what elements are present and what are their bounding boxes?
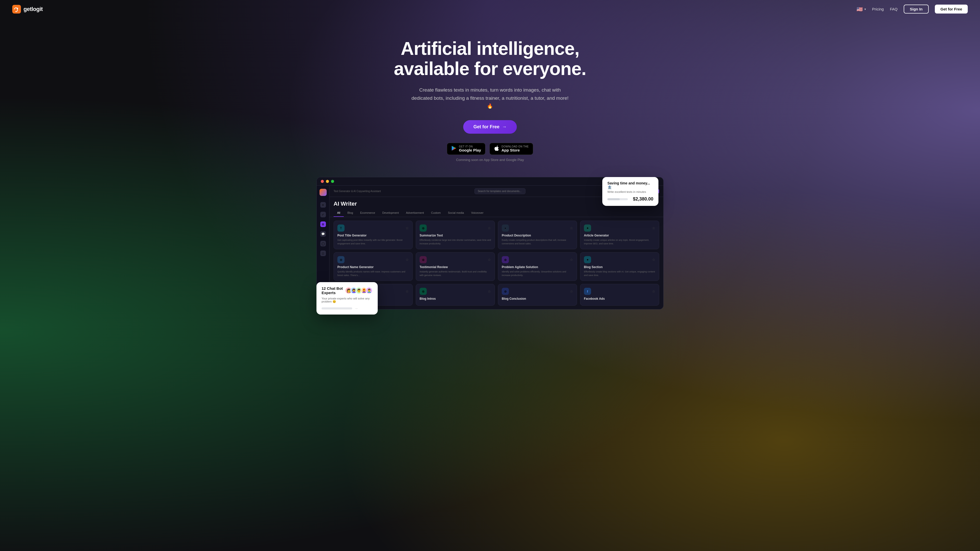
template-star-12: ☆ [652,289,655,293]
template-desc-8: Effortlessly create blog sections with A… [584,270,655,277]
nav-faq[interactable]: FAQ [890,7,897,11]
template-star-10: ☆ [488,289,491,293]
template-icon-11: ⊕ [502,288,509,295]
template-card-blog-section[interactable]: ✦ ☆ Blog Section Effortlessly create blo… [580,252,659,281]
template-star-9: ☆ [406,289,409,293]
signin-button[interactable]: Sign In [904,5,929,14]
chatbot-progress-bar [321,307,352,310]
template-icon-4: ✦ [584,224,591,232]
template-star-6: ☆ [488,258,491,262]
app-page-title: AI Writer [334,200,357,207]
hero-title: Artificial intelligence, available for e… [380,38,600,79]
savings-row: $2,380.00 [608,197,653,202]
template-name-2: Summarize Text [420,233,491,237]
chatbot-avatar-5: 👨‍🦱 [366,287,372,294]
template-card-product-desc[interactable]: ▪ ☆ Product Description Easily create co… [498,221,577,249]
template-star-5: ☆ [406,258,409,262]
template-star-3: ☆ [570,226,573,230]
app-tabs: All Blog Ecommerce Development Advertise… [329,209,663,217]
close-dot [321,180,324,183]
template-card-blog-intros[interactable]: ⊕ ☆ Blog Intros [416,284,495,306]
template-desc-2: Effortlessly condense large text into sh… [420,238,491,245]
template-name-12: Facebook Ads [584,297,655,300]
google-play-button[interactable]: GET IT ON Google Play [447,143,485,155]
template-icon-3: ▪ [502,224,509,232]
tab-development[interactable]: Development [379,209,402,217]
google-play-icon [451,145,457,152]
chatbot-subtitle: Your private experts who will solve any … [321,297,372,303]
store-buttons: GET IT ON Google Play Download on the Ap… [380,143,600,155]
app-store-button[interactable]: Download on the App Store [490,143,533,155]
google-play-text: GET IT ON Google Play [459,145,481,152]
tab-ecommerce[interactable]: Ecommerce [356,209,379,217]
tab-all[interactable]: All [334,209,344,217]
language-selector[interactable]: 🇺🇸 ▾ [856,6,866,12]
sidebar-icon-1[interactable]: ≡ [320,202,326,208]
template-card-article[interactable]: ✦ ☆ Article Generator Instantly create u… [580,221,659,249]
template-icon-7: ⊕ [502,256,509,263]
template-card-product-name[interactable]: ⊕ ☆ Product Name Generator Quickly ident… [334,252,413,281]
app-store-text: Download on the App Store [501,145,529,152]
coming-soon-text: Comming soon on App Store and Google Pla… [380,158,600,162]
sidebar-icon-5[interactable]: ◯ [320,241,326,246]
arrow-icon: → [502,124,507,130]
chatbot-avatars: 👩 👩‍🦱 👨 👩‍🦰 👨‍🦱 [345,287,372,294]
template-name-4: Article Generator [584,233,655,237]
template-icon-2: ⊕ [420,224,427,232]
template-star-2: ☆ [488,226,491,230]
chatbot-card: 12 Chat Bot Experts 👩 👩‍🦱 👨 👩‍🦰 👨‍🦱 Your… [317,282,378,314]
template-card-testimonial[interactable]: ⊕ ☆ Testimonial Review Instantly generat… [416,252,495,281]
savings-card: Saving time and money... 🏦 Write excelle… [602,177,659,206]
savings-title: Saving time and money... 🏦 [608,181,653,189]
hero-section: Artificial intelligence, available for e… [375,18,605,177]
chatbot-count: ··· [355,307,358,310]
tab-voiceover[interactable]: Voiceover [468,209,487,217]
template-star-1: ☆ [406,226,409,230]
tab-blog[interactable]: Blog [344,209,356,217]
template-icon-10: ⊕ [420,288,427,295]
svg-rect-0 [12,5,21,14]
hero-subtitle: Create flawless texts in minutes, turn w… [411,86,569,110]
minimize-dot [326,180,329,183]
template-name-5: Product Name Generator [337,265,409,269]
preview-section: Saving time and money... 🏦 Write excelle… [311,177,669,325]
tab-social[interactable]: Social media [444,209,468,217]
chatbot-header: 12 Chat Bot Experts 👩 👩‍🦱 👨 👩‍🦰 👨‍🦱 [321,286,372,295]
template-name-11: Blog Conclusion [502,297,573,300]
template-desc-6: Instantly generate authentic testimonial… [420,270,491,277]
template-name-3: Product Description [502,233,573,237]
get-free-nav-button[interactable]: Get for Free [935,5,968,14]
template-card-facebook-ads[interactable]: f ☆ Facebook Ads [580,284,659,306]
logo[interactable]: getlogit [12,5,43,14]
template-name-1: Post Title Generator [337,233,409,237]
navbar: getlogit 🇺🇸 ▾ Pricing FAQ Sign In Get fo… [0,0,980,18]
template-icon-12: f [584,288,591,295]
template-card-summarize[interactable]: ⊕ ☆ Summarize Text Effortlessly condense… [416,221,495,249]
app-search-input[interactable] [474,188,525,194]
savings-bar-fill [608,198,620,200]
template-icon-8: ✦ [584,256,591,263]
sidebar-icon-4[interactable]: 💬 [320,231,326,237]
sidebar-icon-6[interactable]: ◻ [320,251,326,256]
chevron-down-icon: ▾ [864,7,866,11]
tab-custom[interactable]: Custom [428,209,444,217]
nav-pricing[interactable]: Pricing [872,7,884,11]
tab-advertisement[interactable]: Advertisement [402,209,428,217]
template-desc-4: Instantly create unique articles on any … [584,238,655,245]
app-breadcrumb: Text Generator & AI Copywriting Assistan… [334,190,381,192]
template-card-blog-conclusion[interactable]: ⊕ ☆ Blog Conclusion [498,284,577,306]
logo-text: getlogit [24,6,43,13]
template-name-6: Testimonial Review [420,265,491,269]
template-card-post-title[interactable]: T ☆ Post Title Generator Get captivating… [334,221,413,249]
template-name-8: Blog Section [584,265,655,269]
flag-icon: 🇺🇸 [856,6,863,12]
chatbot-title: 12 Chat Bot Experts [321,286,345,295]
get-free-hero-button[interactable]: Get for Free → [463,120,517,134]
sidebar-icon-2[interactable]: ✓ [320,212,326,218]
template-name-7: Problem Agilate Solution [502,265,573,269]
sidebar-icon-3[interactable]: ⊞ [320,221,326,227]
svg-point-1 [17,8,18,9]
template-star-8: ☆ [652,258,655,262]
savings-amount: $2,380.00 [633,197,653,202]
template-card-problem[interactable]: ⊕ ☆ Problem Agilate Solution Identify an… [498,252,577,281]
